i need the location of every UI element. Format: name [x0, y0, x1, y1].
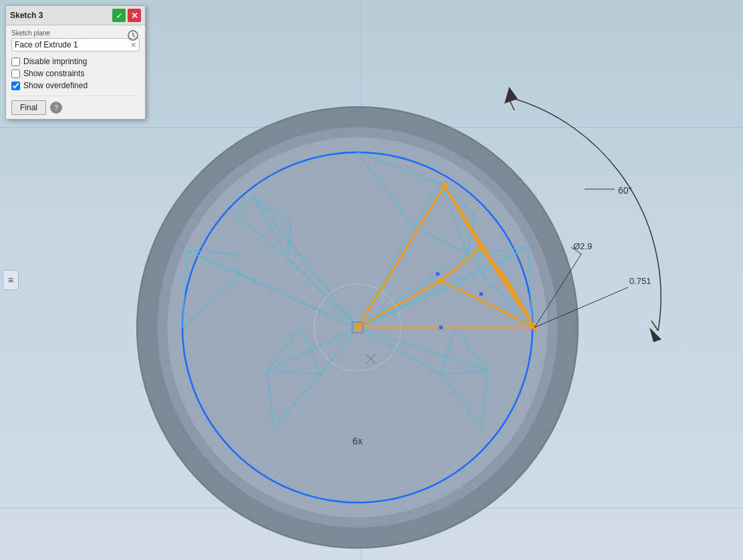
disable-imprinting-label[interactable]: Disable imprinting: [23, 57, 87, 66]
svg-point-27: [439, 279, 444, 283]
clock-icon: [128, 30, 138, 41]
svg-point-29: [436, 272, 440, 276]
panel-body: Sketch plane Face of Extrude 1 × Disable…: [6, 25, 145, 119]
show-overdefined-row: Show overdefined: [11, 81, 140, 90]
final-button[interactable]: Final: [11, 100, 46, 115]
show-constraints-row: Show constraints: [11, 69, 140, 78]
diameter-dim-label: Ø2.9: [573, 241, 592, 251]
sketch-panel: Sketch 3 ✓ ✕ Sketch plane Face of Extrud…: [5, 5, 146, 120]
angle-dim-label: 60°: [618, 185, 632, 196]
svg-marker-36: [504, 87, 518, 104]
list-icon-button[interactable]: ≡: [3, 270, 19, 290]
panel-footer: Final ?: [11, 96, 140, 115]
sketch-plane-row: Face of Extrude 1 ×: [11, 38, 140, 51]
disable-imprinting-row: Disable imprinting: [11, 57, 140, 66]
svg-marker-37: [649, 327, 661, 342]
panel-title-buttons: ✓ ✕: [112, 9, 141, 22]
svg-line-44: [133, 35, 135, 37]
clock-icon-button[interactable]: [126, 29, 140, 42]
help-button[interactable]: ?: [50, 102, 62, 114]
value-dim-label: 0.751: [629, 276, 651, 286]
svg-point-23: [442, 183, 447, 188]
svg-line-35: [651, 321, 658, 331]
confirm-button[interactable]: ✓: [112, 9, 126, 22]
list-icon: ≡: [8, 275, 13, 285]
svg-point-30: [479, 292, 483, 296]
show-overdefined-checkbox[interactable]: [11, 82, 20, 90]
show-constraints-label[interactable]: Show constraints: [23, 69, 84, 78]
cancel-button[interactable]: ✕: [128, 9, 141, 22]
show-constraints-checkbox[interactable]: [11, 69, 20, 78]
panel-title-bar: Sketch 3 ✓ ✕: [6, 6, 145, 25]
panel-title: Sketch 3: [10, 11, 43, 20]
sketch-plane-value: Face of Extrude 1: [15, 40, 78, 49]
repeat-label: 6x: [353, 436, 363, 446]
sketch-plane-label: Sketch plane: [11, 29, 140, 37]
disable-imprinting-checkbox[interactable]: [11, 57, 20, 66]
svg-point-25: [355, 325, 360, 330]
svg-point-26: [478, 245, 484, 250]
show-overdefined-label[interactable]: Show overdefined: [23, 81, 88, 90]
svg-point-28: [439, 325, 443, 329]
